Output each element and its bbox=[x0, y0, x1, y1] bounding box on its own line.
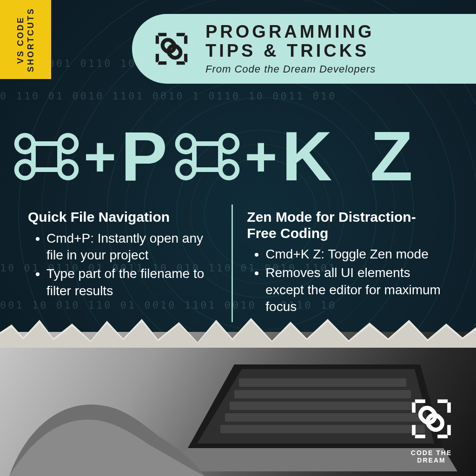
command-key-icon bbox=[14, 124, 79, 189]
infographic-canvas: 01 10 001 0110 1001 001 10 0101 110 0010… bbox=[0, 0, 476, 476]
list-item: Removes all UI elements except the edito… bbox=[265, 264, 443, 315]
chain-link-icon bbox=[151, 28, 192, 70]
list-item: Cmd+K Z: Toggle Zen mode bbox=[265, 246, 443, 263]
description-right: Zen Mode for Distraction-Free Coding Cmd… bbox=[231, 205, 457, 322]
header-title: PROGRAMMING TIPS & TRICKS bbox=[205, 22, 376, 60]
plus-symbol: + bbox=[245, 125, 277, 189]
shortcut-right: + K Z bbox=[175, 116, 422, 197]
shortcut-keys-left: P bbox=[121, 116, 165, 197]
right-heading: Zen Mode for Distraction-Free Coding bbox=[247, 209, 443, 241]
chain-link-icon bbox=[406, 393, 457, 444]
hand-illustration bbox=[9, 369, 205, 476]
category-tag: VS CODE SHORTCUTS bbox=[0, 0, 51, 79]
svg-rect-15 bbox=[234, 390, 411, 398]
list-item: Type part of the filename to filter resu… bbox=[46, 265, 218, 299]
svg-rect-18 bbox=[220, 425, 425, 433]
descriptions: Quick File Navigation Cmd+P: Instantly o… bbox=[23, 205, 457, 322]
plus-symbol: + bbox=[84, 125, 116, 189]
command-key-icon bbox=[175, 124, 240, 189]
torn-paper-edge bbox=[0, 315, 476, 348]
brand-badge: CODE THE DREAM bbox=[399, 393, 464, 464]
tag-line-2: SHORTCUTS bbox=[26, 7, 35, 72]
svg-rect-21 bbox=[425, 412, 445, 433]
list-item: Cmd+P: Instantly open any file in your p… bbox=[46, 230, 218, 264]
svg-rect-16 bbox=[230, 402, 416, 410]
header-subtitle: From Code the Dream Developers bbox=[205, 63, 376, 75]
shortcut-left: + P bbox=[14, 116, 165, 197]
svg-rect-14 bbox=[239, 378, 406, 387]
shortcut-display: + P + K Z bbox=[14, 116, 462, 197]
svg-rect-17 bbox=[225, 413, 420, 422]
header-banner: PROGRAMMING TIPS & TRICKS From Code the … bbox=[132, 14, 476, 84]
description-left: Quick File Navigation Cmd+P: Instantly o… bbox=[23, 205, 231, 322]
svg-rect-11 bbox=[166, 44, 183, 60]
left-heading: Quick File Navigation bbox=[28, 209, 218, 225]
brand-name: CODE THE DREAM bbox=[399, 449, 464, 464]
shortcut-keys-right: K Z bbox=[282, 116, 422, 197]
tag-line-1: VS CODE bbox=[16, 16, 25, 63]
